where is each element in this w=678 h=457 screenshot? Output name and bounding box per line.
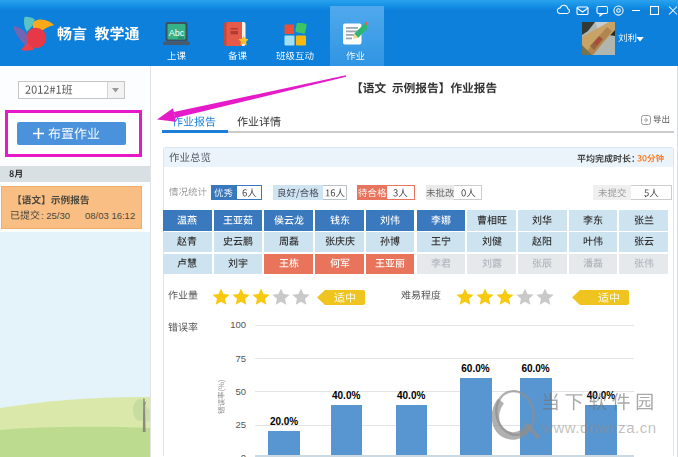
- svg-text:Abc: Abc: [169, 28, 185, 38]
